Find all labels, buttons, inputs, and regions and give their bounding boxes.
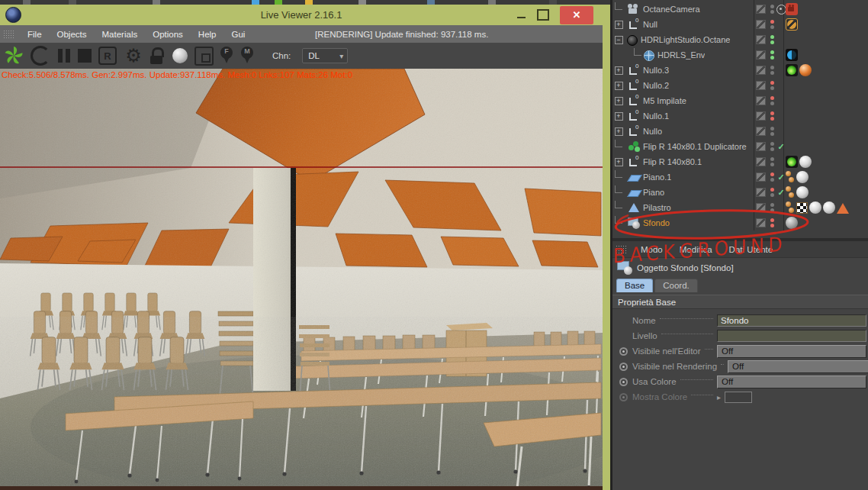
editor-visibility-dot[interactable]	[770, 111, 774, 115]
editor-visibility-dot[interactable]	[770, 66, 774, 69]
render-mode-icon[interactable]	[98, 47, 117, 65]
pause-render-icon[interactable]	[57, 48, 71, 63]
orange-material-tag-icon[interactable]	[799, 64, 812, 76]
grip-icon[interactable]	[3, 30, 15, 39]
expand-icon[interactable]	[615, 21, 623, 29]
grip-icon[interactable]	[616, 245, 628, 254]
menu-help[interactable]: Help	[191, 30, 224, 39]
material-tag-icon[interactable]	[823, 201, 835, 214]
editor-visibility-dot[interactable]	[770, 20, 774, 24]
restart-render-icon[interactable]	[31, 46, 50, 66]
octane-camera-tag-icon[interactable]	[786, 3, 798, 15]
render-visibility-dot[interactable]	[770, 86, 774, 90]
collapse-icon[interactable]	[615, 36, 623, 44]
stop-render-icon[interactable]	[78, 49, 92, 63]
render-viewport[interactable]: Check:5.506/8.578ms. Gen:2.997ms. Update…	[0, 69, 603, 486]
expand-icon[interactable]	[615, 66, 623, 75]
tree-row-m5-impilate[interactable]: M5 Impilate	[612, 93, 868, 108]
layer-toggle-icon[interactable]	[756, 172, 766, 182]
render-region-icon[interactable]	[194, 47, 214, 66]
render-visibility-dot[interactable]	[770, 132, 774, 136]
triangle-tag-icon[interactable]	[837, 203, 849, 214]
tab-base[interactable]: Base	[616, 279, 653, 292]
livello-input[interactable]	[717, 330, 866, 342]
layer-toggle-icon[interactable]	[756, 5, 766, 14]
render-visibility-dot[interactable]	[770, 40, 774, 44]
render-visibility-dot[interactable]	[770, 10, 774, 14]
editor-visibility-dot[interactable]	[770, 5, 774, 8]
editor-visibility-dot[interactable]	[770, 218, 774, 222]
editor-visibility-dot[interactable]	[770, 35, 774, 39]
tree-row-hdrls-env[interactable]: HDRLS_Env	[612, 47, 868, 63]
menu-modifica[interactable]: Modifica	[671, 245, 721, 254]
render-visibility-dot[interactable]	[770, 117, 774, 121]
menu-objects[interactable]: Objects	[50, 30, 95, 39]
nome-input[interactable]: Sfondo	[717, 314, 866, 327]
editor-visibility-dot[interactable]	[770, 96, 774, 100]
octane-logo-icon[interactable]	[4, 46, 24, 66]
light-tag-icon[interactable]	[786, 156, 798, 168]
editor-visibility-dot[interactable]	[770, 142, 774, 146]
tab-coord[interactable]: Coord.	[654, 279, 698, 292]
tree-row-nullo2[interactable]: Nullo.2	[612, 78, 868, 93]
editor-visibility-dot[interactable]	[770, 50, 774, 54]
tree-row-duplicatore[interactable]: Flip R 140x80.1 Duplicatore	[612, 139, 868, 154]
render-visibility-dot[interactable]	[770, 178, 774, 182]
channel-dropdown[interactable]: DL	[302, 48, 348, 63]
editor-visibility-dot[interactable]	[770, 188, 774, 192]
orange-dots-tag-icon[interactable]	[786, 171, 795, 183]
expand-icon[interactable]	[615, 82, 623, 90]
layer-toggle-icon[interactable]	[756, 20, 766, 29]
tree-row-nullo3[interactable]: Nullo.3	[612, 63, 868, 78]
render-visibility-dot[interactable]	[770, 71, 774, 75]
layer-toggle-icon[interactable]	[756, 96, 766, 105]
title-bar[interactable]: Live Viewer 2.16.1	[0, 5, 603, 25]
expand-icon[interactable]	[615, 97, 623, 105]
tree-row-pilastro[interactable]: Pilastro	[612, 200, 868, 215]
enabled-check-icon[interactable]	[777, 172, 784, 182]
tree-row-sfondo[interactable]: Sfondo	[612, 215, 868, 230]
expand-icon[interactable]	[615, 127, 623, 136]
layer-toggle-icon[interactable]	[756, 127, 766, 136]
render-visibility-dot[interactable]	[770, 208, 774, 212]
menu-materials[interactable]: Materials	[95, 30, 146, 39]
menu-gui[interactable]: Gui	[223, 30, 252, 39]
editor-visibility-dot[interactable]	[770, 81, 774, 85]
animation-dot-icon[interactable]	[619, 378, 628, 386]
render-visibility-dot[interactable]	[770, 25, 774, 29]
layer-toggle-icon[interactable]	[756, 188, 766, 197]
menu-file[interactable]: File	[20, 30, 50, 39]
material-tag-icon[interactable]	[809, 201, 821, 214]
orange-dots-tag-icon[interactable]	[786, 201, 795, 214]
close-button[interactable]	[560, 6, 593, 24]
layer-toggle-icon[interactable]	[756, 157, 766, 166]
minimize-button[interactable]	[516, 10, 526, 21]
render-visibility-dot[interactable]	[770, 193, 774, 197]
lock-icon[interactable]	[150, 47, 166, 64]
tree-row-null[interactable]: Null	[612, 17, 868, 32]
editor-visibility-dot[interactable]	[770, 157, 774, 161]
material-pick-icon[interactable]: M	[241, 47, 255, 65]
layer-toggle-icon[interactable]	[756, 81, 766, 90]
usa-colore-dropdown[interactable]: Off	[717, 376, 866, 388]
render-visibility-dot[interactable]	[770, 224, 774, 227]
material-tag-icon[interactable]	[796, 171, 809, 183]
tree-row-piano1[interactable]: Piano.1	[612, 169, 868, 185]
color-swatch[interactable]	[725, 392, 752, 403]
settings-gear-icon[interactable]	[124, 46, 143, 66]
expand-icon[interactable]	[615, 158, 623, 166]
editor-visibility-dot[interactable]	[770, 172, 774, 176]
section-header[interactable]: Proprietà Base	[612, 295, 868, 309]
tree-row-nullo1[interactable]: Nullo.1	[612, 108, 868, 124]
tree-row-flip-r[interactable]: Flip R 140x80.1	[612, 154, 868, 169]
expand-icon[interactable]	[615, 112, 623, 121]
editor-visibility-dot[interactable]	[770, 127, 774, 131]
maximize-button[interactable]	[537, 9, 549, 21]
tree-row-hdrlightstudio[interactable]: HDRLightStudio.Octane	[612, 32, 868, 47]
orange-dots-tag-icon[interactable]	[786, 186, 795, 198]
visibile-rendering-dropdown[interactable]: Off	[728, 360, 868, 373]
layer-toggle-icon[interactable]	[756, 203, 766, 212]
gray-material-tag-icon[interactable]	[786, 217, 798, 229]
render-visibility-dot[interactable]	[770, 102, 774, 105]
light-tag-icon[interactable]	[786, 64, 798, 76]
